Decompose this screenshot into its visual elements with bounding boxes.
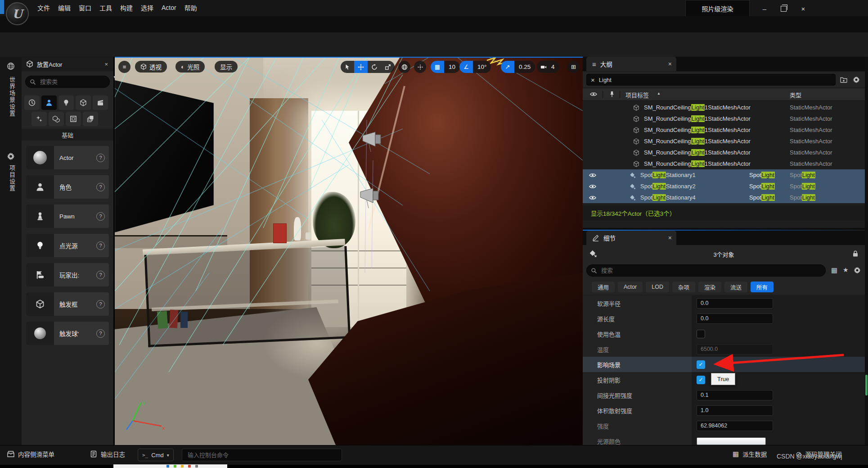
outliner-search-input[interactable] [598,76,831,84]
filter-streaming[interactable]: 流送 [724,282,747,292]
perspective-dropdown[interactable]: 透视 [135,61,167,73]
rail-world-settings[interactable]: 世界场景设置 [8,77,16,117]
project-settings-icon[interactable] [7,152,15,160]
soft-source-radius-input[interactable] [697,298,773,309]
category-shapes[interactable] [76,95,91,110]
source-length-input[interactable] [697,314,773,324]
place-item-player-start[interactable]: 玩家出: ? [26,263,109,286]
surface-snap-toggle[interactable] [414,61,426,73]
outliner-tab[interactable]: ≡ 大纲 × [586,57,676,71]
close-icon[interactable]: × [668,60,672,68]
temperature-input[interactable] [697,344,773,354]
outliner-row-selected[interactable]: SpotLightStationary4 SpotLight SpotLight [583,192,865,203]
details-search-input[interactable] [600,267,821,274]
grid-snap-control[interactable]: ▦ 10 [431,61,460,73]
label-column-header[interactable]: 项目标签 [625,91,649,99]
display-options-icon[interactable]: ▦ [831,266,837,274]
outliner-search[interactable]: × [586,74,836,86]
spotlight-gizmo[interactable] [358,187,383,209]
outliner-row[interactable]: SM_RoundCeilingLight1StaticMeshActor Sta… [583,158,865,169]
level-viewport[interactable]: yx ≡ 透视 ◐ 光照 显示 ▦ 10 ∠ 10° ↗ 0.25 4 ⊞ [115,57,583,445]
details-tab[interactable]: 细节 × [586,231,676,245]
viewport-options-menu[interactable]: ≡ [118,61,130,73]
close-button[interactable]: × [796,4,810,14]
menu-select[interactable]: 选择 [137,1,157,14]
move-tool[interactable] [354,61,368,73]
filter-actor[interactable]: Actor [618,282,643,292]
category-volumes[interactable] [49,112,64,126]
maximize-button[interactable] [777,4,790,14]
close-icon[interactable]: × [104,61,108,68]
outliner-row[interactable]: SM_RoundCeilingLight1StaticMeshActor Sta… [583,124,865,136]
eye-icon[interactable] [589,194,596,201]
rotation-snap-control[interactable]: ∠ 10° [459,61,491,73]
visibility-column-icon[interactable] [590,91,597,98]
menu-edit[interactable]: 编辑 [54,1,75,14]
filter-misc[interactable]: 杂项 [672,282,695,292]
cmd-dropdown[interactable]: >_ Cmd ▾ [138,449,174,461]
filter-rendering[interactable]: 渲染 [698,282,721,292]
outliner-row-selected[interactable]: SpotLightStationary1 SpotLight SpotLight [583,169,865,181]
world-space-toggle[interactable] [398,61,410,73]
outliner-row-selected[interactable]: SpotLightStationary2 SpotLight SpotLight [583,181,865,192]
details-search[interactable] [586,264,826,277]
pin-column-icon[interactable] [609,91,615,97]
light-color-swatch[interactable] [697,437,766,445]
menu-help[interactable]: 帮助 [180,1,201,14]
eye-icon[interactable] [589,183,596,190]
menu-window[interactable]: 窗口 [75,1,95,14]
rotate-tool[interactable] [368,61,381,73]
outliner-row[interactable]: SM_RoundCeilingLight1StaticMeshActor Sta… [583,147,865,158]
scale-tool[interactable] [381,61,395,73]
intensity-input[interactable] [697,421,773,431]
close-icon[interactable]: × [668,234,672,241]
category-recent[interactable] [24,95,40,110]
filter-lod[interactable]: LOD [646,282,669,292]
gear-icon[interactable] [854,267,861,274]
scale-snap-control[interactable]: ↗ 0.25 [501,61,535,73]
place-item-trigger-box[interactable]: 触发框 ? [26,292,109,316]
outliner-row[interactable]: SM_RoundCeilingLight1StaticMeshActor Sta… [583,102,865,113]
spotlight-gizmo[interactable] [360,131,385,153]
quad-view-toggle[interactable]: ⊞ [567,61,580,73]
filter-all[interactable]: 所有 [751,282,774,292]
type-column-header[interactable]: 类型 [790,91,801,99]
indirect-intensity-input[interactable] [697,390,773,400]
affects-world-checkbox[interactable]: ✓ [697,360,705,369]
lit-mode-dropdown[interactable]: ◐ 光照 [175,61,205,73]
add-folder-icon[interactable] [840,76,847,83]
cast-shadows-checkbox[interactable]: ✓ [697,376,705,384]
clear-search-icon[interactable]: × [591,76,595,84]
menu-actor[interactable]: Actor [157,1,180,14]
page-scrollbar[interactable] [865,57,868,445]
show-dropdown[interactable]: 显示 [215,61,238,73]
console-command-input[interactable] [182,449,342,461]
category-basic[interactable] [41,95,57,110]
use-temperature-checkbox[interactable] [697,330,705,338]
category-cinematic[interactable] [93,95,108,110]
eye-icon[interactable] [589,172,596,179]
menu-tools[interactable]: 工具 [95,1,116,14]
place-item-character[interactable]: 角色 ? [26,175,109,199]
place-item-actor[interactable]: Actor ? [26,146,109,169]
filter-general[interactable]: 通用 [592,282,615,292]
place-item-point-light[interactable]: 点光源 ? [26,234,109,257]
select-tool[interactable] [341,61,354,73]
category-all[interactable] [83,112,98,126]
content-drawer-button[interactable]: 内容侧滑菜单 [7,450,54,459]
gear-icon[interactable] [853,76,860,83]
world-settings-icon[interactable] [7,62,15,70]
place-item-trigger-sphere[interactable]: 触发球' ? [26,322,109,345]
volumetric-scattering-input[interactable] [697,405,773,416]
outliner-row[interactable]: SM_RoundCeilingLight1StaticMeshActor Sta… [583,113,865,124]
place-search-input[interactable] [39,78,105,86]
place-item-pawn[interactable]: Pawn ? [26,204,109,228]
scrollbar-thumb[interactable] [865,375,868,395]
outliner-row[interactable]: SM_RoundCeilingLight1StaticMeshActor Sta… [583,136,865,147]
lock-icon[interactable] [852,250,859,257]
derived-data-button[interactable]: ▦ 派生数据 [733,450,767,459]
category-effects[interactable] [31,112,47,126]
rail-project-settings[interactable]: 项目设置 [8,165,16,192]
menu-file[interactable]: 文件 [33,1,54,14]
minimize-button[interactable]: – [758,4,771,14]
